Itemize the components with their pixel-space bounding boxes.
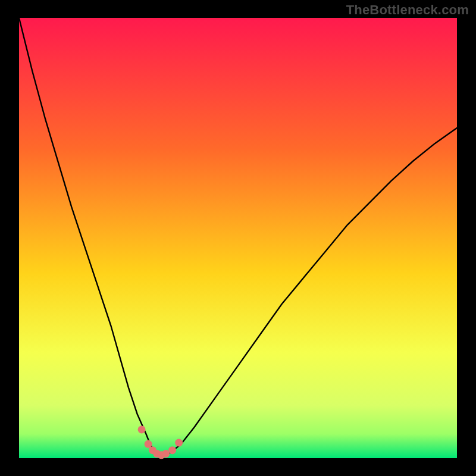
chart-svg xyxy=(0,0,476,476)
marker-dot xyxy=(138,425,146,433)
plot-background xyxy=(19,18,457,458)
marker-dot xyxy=(175,439,183,447)
watermark-text: TheBottleneck.com xyxy=(346,2,469,18)
chart-stage: { "watermark": "TheBottleneck.com", "col… xyxy=(0,0,476,476)
marker-dot xyxy=(168,446,176,454)
marker-dot xyxy=(162,450,170,458)
